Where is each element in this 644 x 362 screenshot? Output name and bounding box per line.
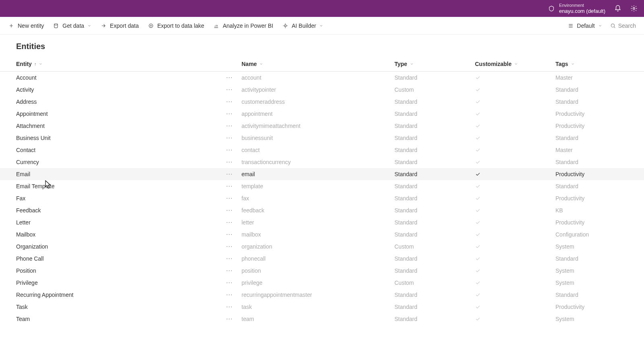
check-icon: [475, 123, 481, 129]
ai-builder-label: AI Builder: [292, 23, 316, 29]
row-more-button[interactable]: ···: [217, 255, 242, 262]
notifications-icon[interactable]: [614, 5, 621, 12]
col-entity[interactable]: Entity ↑: [16, 61, 217, 67]
table-row[interactable]: Task···taskStandardProductivity: [0, 301, 644, 313]
table-row[interactable]: Letter···letterStandardProductivity: [0, 216, 644, 228]
entity-schema-name: fax: [242, 195, 394, 202]
col-type[interactable]: Type: [394, 61, 475, 67]
row-more-button[interactable]: ···: [217, 122, 242, 130]
row-more-button[interactable]: ···: [217, 267, 242, 274]
entity-type: Standard: [394, 231, 475, 238]
check-icon: [475, 268, 481, 274]
entity-display-name: Mailbox: [16, 231, 217, 238]
entity-tags: Productivity: [555, 123, 628, 129]
table-row[interactable]: Team···teamStandardSystem: [0, 313, 644, 325]
ai-builder-button[interactable]: AI Builder: [282, 23, 324, 29]
chevron-down-icon: [319, 24, 323, 28]
check-icon: [475, 244, 481, 249]
table-row[interactable]: Recurring Appointment···recurringappoint…: [0, 289, 644, 301]
check-icon: [475, 256, 481, 261]
svg-point-0: [633, 8, 635, 10]
row-more-button[interactable]: ···: [217, 231, 242, 238]
entity-schema-name: contact: [242, 147, 394, 153]
row-more-button[interactable]: ···: [217, 171, 242, 178]
export-lake-button[interactable]: Export to data lake: [148, 23, 204, 29]
entity-schema-name: feedback: [242, 207, 394, 214]
new-entity-button[interactable]: New entity: [8, 23, 44, 29]
get-data-button[interactable]: Get data: [53, 23, 91, 29]
entity-tags: System: [555, 243, 628, 250]
col-customizable[interactable]: Customizable: [475, 61, 555, 67]
row-more-button[interactable]: ···: [217, 243, 242, 250]
table-row[interactable]: Email Template···templateStandardStandar…: [0, 180, 644, 192]
row-more-button[interactable]: ···: [217, 219, 242, 226]
entity-schema-name: businessunit: [242, 135, 394, 141]
row-more-button[interactable]: ···: [217, 303, 242, 311]
lake-icon: [148, 23, 154, 29]
table-row[interactable]: Mailbox···mailboxStandardConfiguration: [0, 228, 644, 241]
table-row[interactable]: Currency···transactioncurrencyStandardSt…: [0, 156, 644, 168]
environment-label: Environment: [559, 3, 605, 8]
entity-tags: Master: [555, 74, 628, 81]
row-more-button[interactable]: ···: [217, 134, 242, 142]
entity-display-name: Activity: [16, 86, 217, 93]
entity-display-name: Feedback: [16, 207, 217, 214]
row-more-button[interactable]: ···: [217, 86, 242, 93]
row-more-button[interactable]: ···: [217, 110, 242, 117]
table-row[interactable]: Activity···activitypointerCustomStandard: [0, 84, 644, 96]
row-more-button[interactable]: ···: [217, 279, 242, 286]
entity-tags: System: [555, 280, 628, 286]
entity-type: Standard: [394, 159, 475, 165]
table-row[interactable]: Feedback···feedbackStandardKB: [0, 204, 644, 216]
environment-switcher[interactable]: Environment enayu.com (default): [548, 3, 605, 14]
view-selector[interactable]: Default: [568, 23, 602, 29]
table-row[interactable]: Email···emailStandardProductivity: [0, 168, 644, 180]
entity-display-name: Attachment: [16, 123, 217, 129]
entity-customizable: [475, 147, 555, 153]
row-more-button[interactable]: ···: [217, 291, 242, 298]
row-more-button[interactable]: ···: [217, 195, 242, 202]
col-name[interactable]: Name: [242, 61, 394, 67]
entity-type: Standard: [394, 304, 475, 310]
col-tags[interactable]: Tags: [555, 61, 628, 67]
entity-customizable: [475, 244, 555, 249]
table-row[interactable]: Account···accountStandardMaster: [0, 72, 644, 84]
col-type-label: Type: [394, 61, 407, 67]
table-row[interactable]: Business Unit···businessunitStandardStan…: [0, 132, 644, 144]
entity-type: Custom: [394, 280, 475, 286]
chevron-down-icon: [87, 24, 91, 28]
entity-display-name: Position: [16, 267, 217, 274]
entity-type: Standard: [394, 99, 475, 105]
plus-icon: [8, 23, 14, 29]
entity-tags: Standard: [555, 255, 628, 262]
row-more-button[interactable]: ···: [217, 207, 242, 214]
svg-point-3: [284, 25, 286, 27]
row-more-button[interactable]: ···: [217, 98, 242, 105]
table-row[interactable]: Attachment···activitymimeattachmentStand…: [0, 120, 644, 132]
row-more-button[interactable]: ···: [217, 74, 242, 81]
row-more-button[interactable]: ···: [217, 315, 242, 323]
table-row[interactable]: Organization···organizationCustomSystem: [0, 241, 644, 253]
table-row[interactable]: Appointment···appointmentStandardProduct…: [0, 108, 644, 120]
table-row[interactable]: Fax···faxStandardProductivity: [0, 192, 644, 204]
entity-schema-name: recurringappointmentmaster: [242, 292, 394, 298]
entity-schema-name: phonecall: [242, 255, 394, 262]
table-row[interactable]: Position···positionStandardSystem: [0, 265, 644, 277]
settings-icon[interactable]: [630, 5, 638, 12]
chevron-down-icon: [571, 62, 575, 66]
table-row[interactable]: Privilege···privilegeCustomSystem: [0, 277, 644, 289]
analyze-powerbi-button[interactable]: Analyze in Power BI: [213, 23, 273, 29]
row-more-button[interactable]: ···: [217, 183, 242, 190]
row-more-button[interactable]: ···: [217, 158, 242, 166]
table-row[interactable]: Address···customeraddressStandardStandar…: [0, 96, 644, 108]
entity-type: Standard: [394, 292, 475, 298]
entity-schema-name: position: [242, 267, 394, 274]
table-row[interactable]: Contact···contactStandardMaster: [0, 144, 644, 156]
entity-display-name: Contact: [16, 147, 217, 153]
search-input[interactable]: Search: [610, 23, 636, 29]
row-more-button[interactable]: ···: [217, 146, 242, 154]
entity-schema-name: organization: [242, 243, 394, 250]
export-data-button[interactable]: Export data: [100, 23, 139, 29]
table-row[interactable]: Phone Call···phonecallStandardStandard: [0, 253, 644, 265]
view-label: Default: [577, 23, 594, 29]
